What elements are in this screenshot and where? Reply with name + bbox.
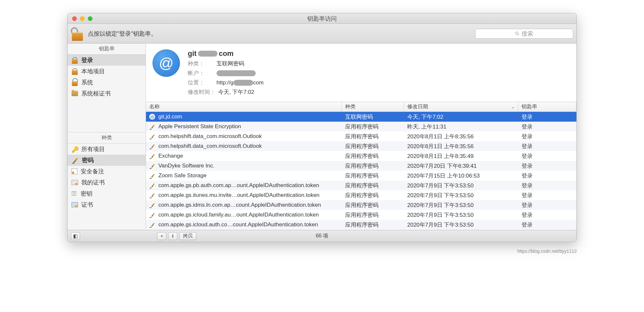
table-row[interactable]: com.apple.gs.idms.ln.com.ap…count.AppleI… [146,200,576,210]
row-kind: 应用程序密码 [342,192,404,199]
table-row[interactable]: com.apple.gs.itunes.mu.invite…ount.Apple… [146,190,576,200]
table-header: 名称 种类 修改日期⌄ 钥匙串 [146,102,576,112]
row-name: com.apple.gs.pb.auth.com.ap…ount.AppleID… [158,182,319,189]
zoom-button[interactable] [88,16,92,21]
pen-icon [72,157,79,164]
sidebar-header-categories: 种类 [68,132,146,144]
sidebar-category-item[interactable]: 我的证书 [68,177,146,188]
row-name: com.apple.gs.icloud.auth.co…count.AppleI… [158,221,318,228]
lock-closed-icon [72,79,78,86]
table-row[interactable]: Zoom Safe Storage应用程序密码2020年7月15日 上午10:0… [146,171,576,181]
image-button[interactable]: ◧ [71,232,80,240]
column-kind[interactable]: 种类 [342,102,404,112]
sidebar-keychain-item[interactable]: 登录 [68,55,146,66]
at-icon: @ [149,114,155,120]
sidebar-item-label: 密钥 [81,190,92,198]
search-field[interactable]: 搜索 [475,29,573,39]
detail-account-label: 帐户： [188,69,214,77]
keychains-list: 登录本地项目系统系统根证书 [68,55,146,99]
traffic-lights [72,16,92,21]
minimize-button[interactable] [80,16,85,21]
add-button[interactable]: ＋ [157,232,166,240]
search-icon [515,31,520,36]
row-date: 2020年8月1日 上午8:35:56 [404,133,518,140]
sidebar-item-label: 系统 [81,78,93,86]
pen-icon [149,133,155,139]
row-keychain: 登录 [518,172,576,180]
folder-icon [72,91,78,96]
row-keychain: 登录 [518,162,576,170]
table-row[interactable]: com.apple.gs.icloud.family.au…ount.Apple… [146,210,576,220]
row-kind: 应用程序密码 [342,182,404,189]
table-row[interactable]: com.helpshift.data_com.microsoft.Outlook… [146,141,576,151]
window-title: 钥匙串访问 [307,15,337,23]
row-keychain: 登录 [518,152,576,160]
table-row[interactable]: VanDyke Software Inc.应用程序密码2020年7月20日 下午… [146,161,576,171]
pen-icon [149,202,155,208]
keys-icon: 🔑 [72,146,78,152]
row-name: Zoom Safe Storage [158,172,206,179]
table-row[interactable]: @git.jd.com互联网密码今天, 下午7:02登录 [146,112,576,122]
copy-button[interactable]: 拷贝 [179,232,196,240]
detail-location-label: 位置： [188,79,214,86]
row-date: 今天, 下午7:02 [404,113,518,121]
detail-pane: @ gitcom 种类：互联网密码 帐户： 位置：http://gcom 修改时… [146,43,576,102]
certificate-icon [72,180,78,185]
svg-point-0 [516,32,518,34]
column-keychain[interactable]: 钥匙串 [518,102,576,112]
row-keychain: 登录 [518,113,576,121]
close-button[interactable] [72,16,77,21]
row-kind: 应用程序密码 [342,152,404,160]
column-name[interactable]: 名称 [146,102,342,112]
row-date: 2020年7月9日 下午3:53:50 [404,182,518,189]
table-row[interactable]: com.helpshift.data_com.microsoft.Outlook… [146,131,576,141]
row-kind: 应用程序密码 [342,211,404,219]
table-rows: @git.jd.com互联网密码今天, 下午7:02登录Apple Persis… [146,112,576,230]
table-row[interactable]: com.apple.gs.icloud.auth.co…count.AppleI… [146,220,576,230]
sidebar-keychain-item[interactable]: 本地项目 [68,66,146,77]
sidebar-header-keychains: 钥匙串 [68,43,146,55]
row-name: Apple Persistent State Encryption [158,123,241,130]
body: 钥匙串 登录本地项目系统系统根证书 种类 🔑所有项目密码安全备注我的证书⚿密钥证… [68,43,576,230]
lock-area[interactable]: 点按以锁定"登录"钥匙串。 [71,26,157,41]
statusbar: ◧ ＋ i 拷贝 66 项 [68,230,576,242]
redacted [217,70,256,76]
sidebar-category-item[interactable]: 密码 [68,155,146,166]
row-name: com.apple.gs.idms.ln.com.ap…count.AppleI… [158,202,321,208]
at-icon: @ [153,49,180,77]
detail-modified-value: 今天, 下午7:02 [218,88,254,96]
sidebar-category-item[interactable]: 🔑所有项目 [68,144,146,155]
content: @ gitcom 种类：互联网密码 帐户： 位置：http://gcom 修改时… [146,43,576,230]
table-row[interactable]: com.apple.gs.pb.auth.com.ap…ount.AppleID… [146,181,576,190]
row-name: com.apple.gs.icloud.family.au…ount.Apple… [158,212,319,218]
row-keychain: 登录 [518,182,576,189]
toolbar: 点按以锁定"登录"钥匙串。 搜索 [68,24,576,43]
sidebar-category-item[interactable]: 安全备注 [68,166,146,177]
column-date[interactable]: 修改日期⌄ [404,102,518,112]
info-button[interactable]: i [168,232,177,240]
row-kind: 互联网密码 [342,113,404,121]
row-kind: 应用程序密码 [342,172,404,180]
detail-modified-label: 修改时间： [188,88,216,96]
row-date: 2020年8月1日 上午8:35:49 [404,152,518,160]
row-keychain: 登录 [518,192,576,199]
row-keychain: 登录 [518,143,576,150]
sidebar-item-label: 安全备注 [81,167,104,175]
row-kind: 应用程序密码 [342,201,404,209]
search-placeholder: 搜索 [522,30,533,38]
pen-icon [149,192,155,198]
row-kind: 应用程序密码 [342,133,404,140]
sidebar-category-item[interactable]: ⚿密钥 [68,188,146,199]
row-date: 2020年8月1日 上午8:35:56 [404,143,518,150]
table-row[interactable]: Apple Persistent State Encryption应用程序密码昨… [146,122,576,131]
row-keychain: 登录 [518,221,576,229]
sidebar-keychain-item[interactable]: 系统 [68,77,146,88]
sidebar-item-label: 证书 [81,201,93,209]
svg-line-1 [518,34,519,35]
sidebar-category-item[interactable]: 证书 [68,199,146,210]
sidebar-keychain-item[interactable]: 系统根证书 [68,88,146,99]
pen-icon [149,173,155,179]
titlebar[interactable]: 钥匙串访问 [68,13,576,24]
table-row[interactable]: Exchange应用程序密码2020年8月1日 上午8:35:49登录 [146,151,576,161]
pen-icon [149,143,155,149]
